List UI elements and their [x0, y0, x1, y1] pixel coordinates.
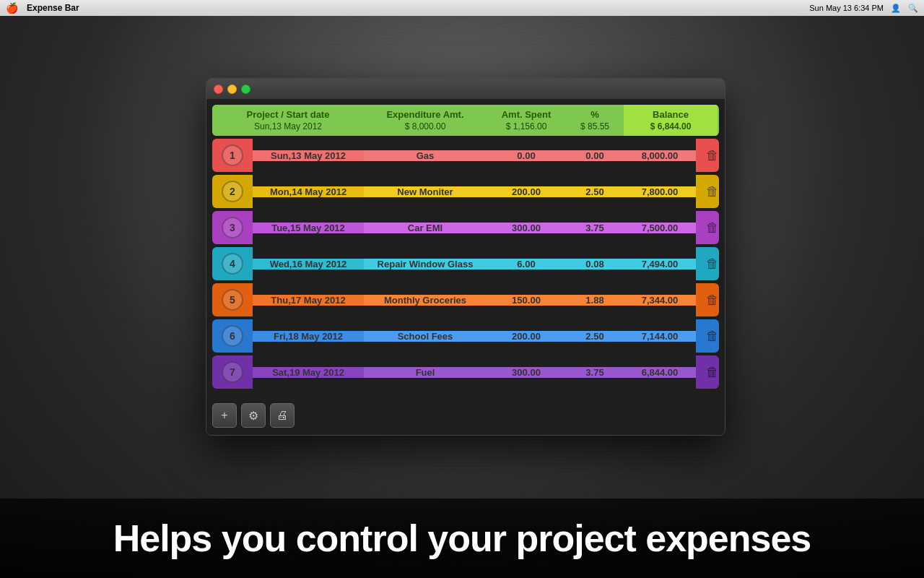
row-number: 6: [212, 319, 253, 353]
row-number-circle: 2: [222, 181, 243, 202]
close-button[interactable]: [214, 85, 223, 94]
titlebar: [206, 79, 725, 99]
menubar: 🍎 Expense Bar Sun May 13 6:34 PM 👤 🔍: [0, 0, 924, 16]
row-number-circle: 3: [222, 217, 243, 238]
print-icon: 🖨: [276, 409, 288, 422]
header-balance-val: $ 6,844.00: [624, 121, 718, 136]
row-number: 2: [212, 175, 253, 208]
row-date: Mon,14 May 2012: [253, 186, 364, 197]
row-expense-name: Monthly Groceries: [364, 295, 487, 306]
row-pct: 2.50: [566, 331, 624, 342]
menubar-right: Sun May 13 6:34 PM 👤 🔍: [809, 4, 918, 13]
row-expense-name: Car EMI: [364, 223, 487, 233]
row-balance: 7,800.00: [624, 186, 696, 197]
trash-icon: 🗑: [706, 293, 719, 308]
add-icon: +: [221, 409, 227, 422]
row-number-circle: 7: [222, 361, 243, 383]
gear-icon: ⚙: [248, 409, 258, 423]
row-number: 7: [212, 355, 253, 389]
row-expense-name: Fuel: [364, 367, 487, 378]
app-window: Project / Start date Sun,13 May 2012 Exp…: [206, 78, 725, 436]
header-pct: %: [566, 105, 624, 121]
delete-button[interactable]: 🗑: [696, 175, 719, 208]
trash-icon: 🗑: [706, 365, 719, 380]
row-amt-spent: 150.00: [487, 295, 566, 306]
row-pct: 0.08: [566, 259, 624, 269]
row-number-circle: 5: [222, 289, 243, 311]
row-amt-spent: 200.00: [487, 331, 566, 342]
table-row: 2 Mon,14 May 2012 New Moniter 200.00 2.5…: [212, 175, 719, 208]
minimize-button[interactable]: [227, 85, 237, 94]
table-row: 7 Sat,19 May 2012 Fuel 300.00 3.75 6,844…: [212, 355, 719, 389]
row-amt-spent: 6.00: [487, 259, 566, 269]
delete-button[interactable]: 🗑: [696, 211, 719, 244]
row-balance: 6,844.00: [624, 367, 696, 378]
delete-button[interactable]: 🗑: [696, 355, 719, 389]
delete-button[interactable]: 🗑: [696, 139, 719, 172]
table-row: 6 Fri,18 May 2012 School Fees 200.00 2.5…: [212, 319, 719, 353]
row-amt-spent: 0.00: [487, 150, 566, 161]
row-date: Fri,18 May 2012: [253, 331, 364, 342]
trash-icon: 🗑: [706, 148, 719, 163]
table-row: 4 Wed,16 May 2012 Repair Window Glass 6.…: [212, 247, 719, 280]
header-amt-spent: Amt. Spent: [487, 105, 566, 121]
row-number: 3: [212, 211, 253, 244]
app-name[interactable]: Expense Bar: [27, 3, 79, 13]
delete-button[interactable]: 🗑: [696, 283, 719, 316]
row-number: 1: [212, 139, 253, 172]
header-date: Sun,13 May 2012: [212, 121, 364, 136]
expense-table: Project / Start date Sun,13 May 2012 Exp…: [206, 99, 725, 397]
rows-container: 1 Sun,13 May 2012 Gas 0.00 0.00 8,000.00…: [212, 139, 719, 389]
tagline: Helps you control your project expenses: [113, 517, 811, 560]
header-expenditure-val: $ 8,000.00: [364, 121, 487, 136]
trash-icon: 🗑: [706, 220, 719, 236]
apple-menu[interactable]: 🍎: [6, 2, 18, 14]
row-pct: 1.88: [566, 295, 624, 306]
settings-button[interactable]: ⚙: [241, 403, 266, 428]
maximize-button[interactable]: [241, 85, 250, 94]
trash-icon: 🗑: [706, 329, 719, 344]
add-button[interactable]: +: [212, 403, 237, 428]
row-number: 4: [212, 247, 253, 280]
row-pct: 2.50: [566, 186, 624, 197]
row-expense-name: New Moniter: [364, 186, 487, 197]
row-pct: 0.00: [566, 150, 624, 161]
row-date: Wed,16 May 2012: [253, 259, 364, 269]
header-expenditure: Expenditure Amt.: [364, 105, 487, 121]
header-amt-spent-val: $ 1,156.00: [487, 121, 566, 136]
table-row: 3 Tue,15 May 2012 Car EMI 300.00 3.75 7,…: [212, 211, 719, 244]
header-pct-val: $ 85.55: [566, 121, 624, 136]
row-date: Tue,15 May 2012: [253, 223, 364, 233]
table-row: 5 Thu,17 May 2012 Monthly Groceries 150.…: [212, 283, 719, 316]
row-amt-spent: 300.00: [487, 223, 566, 233]
row-expense-name: Repair Window Glass: [364, 259, 487, 269]
row-number-circle: 1: [222, 144, 243, 166]
row-balance: 7,344.00: [624, 295, 696, 306]
trash-icon: 🗑: [706, 256, 719, 272]
row-pct: 3.75: [566, 223, 624, 233]
row-balance: 7,494.00: [624, 259, 696, 269]
row-expense-name: School Fees: [364, 331, 487, 342]
row-balance: 7,144.00: [624, 331, 696, 342]
row-amt-spent: 200.00: [487, 186, 566, 197]
toolbar: + ⚙ 🖨: [206, 397, 725, 435]
row-date: Sat,19 May 2012: [253, 367, 364, 378]
row-pct: 3.75: [566, 367, 624, 378]
trash-icon: 🗑: [706, 184, 719, 199]
header-project: Project / Start date: [212, 105, 364, 121]
row-expense-name: Gas: [364, 150, 487, 161]
menubar-search-icon[interactable]: 🔍: [908, 4, 918, 13]
row-date: Thu,17 May 2012: [253, 295, 364, 306]
row-amt-spent: 300.00: [487, 367, 566, 378]
row-number-circle: 6: [222, 325, 243, 347]
header-balance: Balance: [624, 105, 718, 121]
table-row: 1 Sun,13 May 2012 Gas 0.00 0.00 8,000.00…: [212, 139, 719, 172]
row-date: Sun,13 May 2012: [253, 150, 364, 161]
menubar-user-icon[interactable]: 👤: [891, 4, 901, 13]
row-number-circle: 4: [222, 253, 243, 275]
delete-button[interactable]: 🗑: [696, 247, 719, 280]
print-button[interactable]: 🖨: [270, 403, 295, 428]
table-header: Project / Start date Sun,13 May 2012 Exp…: [212, 105, 719, 136]
bottom-banner: Helps you control your project expenses: [0, 499, 924, 578]
delete-button[interactable]: 🗑: [696, 319, 719, 353]
